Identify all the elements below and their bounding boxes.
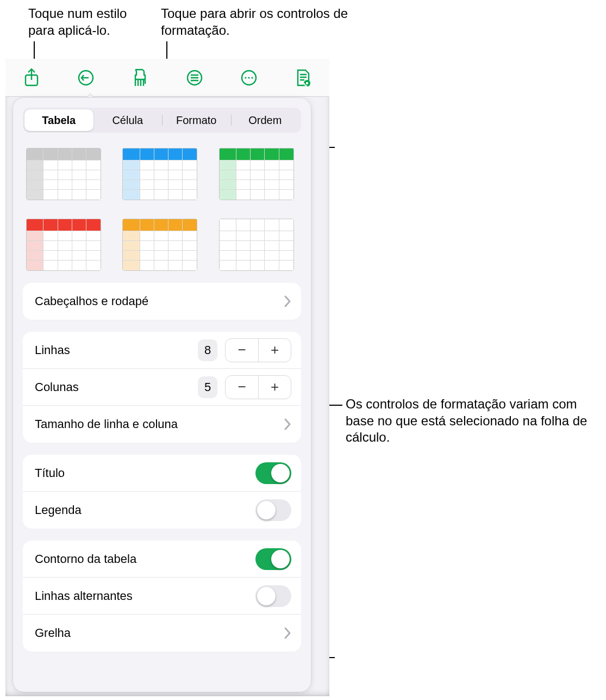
chevron-right-icon <box>284 627 291 640</box>
grid-row[interactable]: Grelha <box>23 615 301 652</box>
tab-celula[interactable]: Célula <box>93 109 163 131</box>
tab-formato[interactable]: Formato <box>162 109 231 131</box>
tab-ordem[interactable]: Ordem <box>231 109 300 131</box>
callout-panel: Os controlos de formatação variam com ba… <box>346 396 590 446</box>
format-popover: Tabela Célula Formato Ordem Cabeçalhos e… <box>13 98 311 692</box>
table-style-blue[interactable] <box>122 148 197 200</box>
tab-label: Tabela <box>42 114 76 127</box>
table-style-orange[interactable] <box>122 219 197 271</box>
svg-point-5 <box>248 77 249 78</box>
svg-point-4 <box>245 77 246 78</box>
outline-switch[interactable] <box>255 548 291 570</box>
alternating-row: Linhas alternantes <box>23 578 301 615</box>
callout-format-button: Toque para abrir os controlos de formata… <box>161 5 357 39</box>
tab-label: Célula <box>112 114 143 127</box>
callout-style: Toque num estilo para aplicá-lo. <box>28 5 153 39</box>
title-label: Título <box>35 466 65 480</box>
svg-point-8 <box>306 82 308 84</box>
table-style-red[interactable] <box>26 219 101 271</box>
headers-footers-label: Cabeçalhos e rodapé <box>35 294 148 308</box>
document-settings-button[interactable] <box>288 63 318 93</box>
cols-decrement-button[interactable]: − <box>226 376 258 399</box>
headers-footers-row[interactable]: Cabeçalhos e rodapé <box>23 283 301 320</box>
format-button[interactable] <box>125 63 155 93</box>
cols-value: 5 <box>198 376 217 398</box>
title-row: Título <box>23 455 301 492</box>
rows-value: 8 <box>198 339 217 361</box>
toolbar <box>5 59 329 97</box>
rows-label: Linhas <box>35 343 70 357</box>
rows-decrement-button[interactable]: − <box>226 339 258 362</box>
cols-row: Colunas 5 − + <box>23 369 301 406</box>
dimensions-card: Linhas 8 − + Colunas 5 − + <box>23 332 301 443</box>
outline-row: Contorno da tabela <box>23 541 301 578</box>
share-button[interactable] <box>16 63 47 93</box>
insert-button[interactable] <box>179 63 210 93</box>
rows-row: Linhas 8 − + <box>23 332 301 369</box>
rows-stepper: − + <box>225 338 291 362</box>
caption-row: Legenda <box>23 492 301 529</box>
alternating-label: Linhas alternantes <box>35 589 133 603</box>
row-col-size-label: Tamanho de linha e coluna <box>35 417 178 431</box>
grid-label: Grelha <box>35 626 71 640</box>
table-style-green[interactable] <box>219 148 294 200</box>
tab-label: Ordem <box>248 114 282 127</box>
more-button[interactable] <box>234 63 264 93</box>
chevron-right-icon <box>284 295 291 308</box>
chevron-right-icon <box>284 418 291 431</box>
table-style-gray[interactable] <box>26 148 101 200</box>
alternating-switch[interactable] <box>255 585 291 607</box>
headers-card: Cabeçalhos e rodapé <box>23 283 301 320</box>
caption-switch[interactable] <box>255 499 291 521</box>
cols-label: Colunas <box>35 380 79 394</box>
caption-label: Legenda <box>35 503 82 517</box>
tab-label: Formato <box>176 114 216 127</box>
tab-tabela[interactable]: Tabela <box>24 109 93 131</box>
table-style-grid <box>26 148 298 271</box>
title-switch[interactable] <box>255 462 291 484</box>
title-card: Título Legenda <box>23 455 301 529</box>
table-style-plain[interactable] <box>219 219 294 271</box>
segmented-control: Tabela Célula Formato Ordem <box>23 108 301 133</box>
row-col-size-row[interactable]: Tamanho de linha e coluna <box>23 406 301 443</box>
appearance-card: Contorno da tabela Linhas alternantes Gr… <box>23 541 301 652</box>
svg-point-6 <box>251 77 253 78</box>
outline-label: Contorno da tabela <box>35 552 136 566</box>
rows-increment-button[interactable]: + <box>258 339 291 362</box>
cols-increment-button[interactable]: + <box>258 376 291 399</box>
undo-button[interactable] <box>71 63 101 93</box>
cols-stepper: − + <box>225 375 291 399</box>
